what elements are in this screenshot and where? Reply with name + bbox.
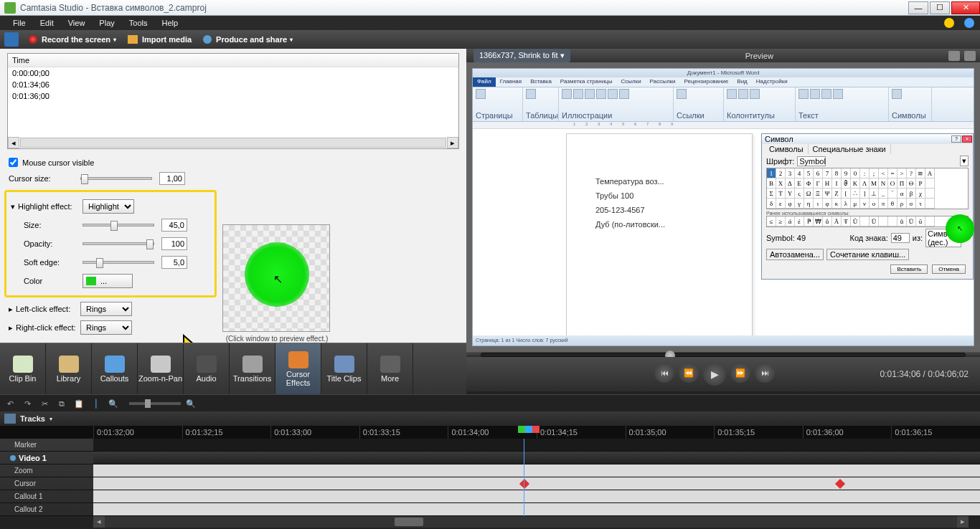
menu-edit[interactable]: Edit xyxy=(33,17,61,29)
video-track-row[interactable] xyxy=(93,452,980,464)
effect-preview: ↖ (Click window to preview effect.) xyxy=(222,224,331,343)
split-icon[interactable]: ⎮ xyxy=(90,398,102,409)
tool-clip-bin[interactable]: Clip Bin xyxy=(0,343,46,394)
highlight-effect-select[interactable]: Highlight xyxy=(83,199,134,214)
cursor-size-value[interactable]: 1,00 xyxy=(159,172,185,185)
cursor-keyframe-icon[interactable] xyxy=(519,479,529,489)
menu-view[interactable]: View xyxy=(61,17,93,29)
preview-caption: (Click window to preview effect.) xyxy=(222,335,331,343)
redo-icon[interactable]: ↷ xyxy=(22,398,33,409)
callout1-track-row[interactable] xyxy=(93,490,980,503)
cursor-highlight-icon: ↖ xyxy=(946,214,974,243)
tool-audio[interactable]: Audio xyxy=(184,343,230,394)
menu-file[interactable]: File xyxy=(6,17,33,29)
zoom-track-row[interactable] xyxy=(93,464,980,477)
copy-icon[interactable]: ⧉ xyxy=(56,398,67,409)
record-screen-button[interactable]: Record the screen▾ xyxy=(23,32,122,47)
preview-canvas[interactable]: Документ1 - Microsoft Word Файл Главная … xyxy=(466,62,980,352)
menu-tools[interactable]: Tools xyxy=(122,17,155,29)
scroll-right-button[interactable]: ▸ xyxy=(447,137,458,148)
playhead-line[interactable] xyxy=(524,439,524,516)
size-value[interactable]: 45,0 xyxy=(161,219,187,232)
scroll-track[interactable] xyxy=(20,138,446,148)
soft-edge-slider[interactable] xyxy=(83,261,154,264)
forward-button[interactable]: ⏩ xyxy=(730,363,750,383)
rewind-button[interactable]: ⏪ xyxy=(679,363,699,383)
playhead-marker-icon[interactable] xyxy=(518,426,540,433)
track-callout2[interactable]: Callout 2 xyxy=(0,503,93,516)
timeline: Marker Video 1 Zoom Cursor Callout 1 Cal… xyxy=(0,426,980,516)
left-click-select[interactable]: Rings xyxy=(80,302,132,316)
menu-play[interactable]: Play xyxy=(92,17,121,29)
soft-edge-label: Soft edge: xyxy=(11,258,83,267)
help-icon[interactable] xyxy=(964,18,974,28)
prev-marker-button[interactable]: ⏮ xyxy=(654,363,674,383)
tips-icon[interactable] xyxy=(944,18,954,28)
scroll-left-button[interactable]: ◂ xyxy=(8,137,19,148)
undo-icon[interactable]: ↶ xyxy=(4,398,16,409)
window-title: Camtasia Studio - Вставка символов_2.cam… xyxy=(20,3,207,13)
track-marker[interactable]: Marker xyxy=(0,439,93,452)
opacity-slider[interactable] xyxy=(83,242,154,245)
save-button[interactable] xyxy=(4,32,19,47)
opacity-value[interactable]: 100 xyxy=(161,237,187,250)
effect-preview-canvas[interactable]: ↖ xyxy=(222,224,330,332)
cursor-icon: ↖ xyxy=(273,272,283,286)
cursor-size-label: Cursor size: xyxy=(9,174,80,183)
tool-strip: Clip BinLibraryCalloutsZoom-n-PanAudioTr… xyxy=(0,343,466,394)
progress-slider[interactable] xyxy=(481,353,966,357)
size-label: Size: xyxy=(11,221,83,229)
next-marker-button[interactable]: ⏭ xyxy=(755,363,775,383)
color-picker-button[interactable]: ... xyxy=(83,274,133,288)
marker-track-row[interactable] xyxy=(93,439,980,452)
track-callout1[interactable]: Callout 1 xyxy=(0,490,93,503)
paste-icon[interactable]: 📋 xyxy=(73,398,85,409)
size-slider[interactable] xyxy=(83,224,154,227)
menu-bar: File Edit View Play Tools Help xyxy=(0,16,980,30)
right-click-select[interactable]: Rings xyxy=(80,320,132,335)
zoom-slider[interactable] xyxy=(129,402,181,405)
import-media-button[interactable]: Import media xyxy=(122,32,197,47)
preview-detach-icon[interactable] xyxy=(948,51,960,61)
cursor-keyframe-icon[interactable] xyxy=(835,479,845,489)
maximize-button[interactable]: ☐ xyxy=(930,1,950,14)
zoom-out-icon[interactable]: 🔍 xyxy=(108,398,119,409)
tool-transitions[interactable]: Transitions xyxy=(230,343,275,394)
play-button[interactable]: ▶ xyxy=(703,363,726,386)
preview-dimensions-button[interactable]: 1366x737, Shrink to fit ▾ xyxy=(473,49,570,62)
tool-cursor-effects[interactable]: Cursor Effects xyxy=(275,343,321,394)
soft-edge-value[interactable]: 5,0 xyxy=(161,256,187,269)
cursor-effects-panel: Time 0:00:00;00 0:01:34;06 0:01:36;00 ◂ … xyxy=(0,49,466,357)
zoom-in-icon[interactable]: 🔍 xyxy=(185,398,197,409)
cut-icon[interactable]: ✂ xyxy=(39,398,50,409)
track-video1[interactable]: Video 1 xyxy=(0,452,93,464)
word-tab-file: Файл xyxy=(473,77,496,87)
track-zoom[interactable]: Zoom xyxy=(0,464,93,477)
minimize-button[interactable]: — xyxy=(908,1,928,14)
tool-zoom-n-pan[interactable]: Zoom-n-Pan xyxy=(138,343,184,394)
tool-more[interactable]: More xyxy=(367,343,413,394)
cursor-track-row[interactable] xyxy=(93,477,980,490)
playback-timecode: 0:01:34;06 / 0:04:06;02 xyxy=(880,369,969,379)
cursor-size-slider[interactable] xyxy=(80,177,152,180)
time-row[interactable]: 0:00:00;00 xyxy=(8,67,458,79)
left-click-label: Left-click effect: xyxy=(16,305,80,313)
track-cursor[interactable]: Cursor xyxy=(0,477,93,490)
time-row[interactable]: 0:01:36;00 xyxy=(8,90,458,102)
window-titlebar: Camtasia Studio - Вставка символов_2.cam… xyxy=(0,0,980,16)
highlight-effect-label: Highlight effect: xyxy=(18,202,83,211)
tool-library[interactable]: Library xyxy=(46,343,92,394)
time-row[interactable]: 0:01:34;06 xyxy=(8,79,458,90)
timeline-scrollbar[interactable]: ◂▸ xyxy=(93,516,969,528)
mouse-visible-checkbox[interactable] xyxy=(9,158,18,167)
preview-fullscreen-icon[interactable] xyxy=(964,51,976,61)
tool-callouts[interactable]: Callouts xyxy=(92,343,138,394)
menu-help[interactable]: Help xyxy=(154,17,185,29)
time-header: Time xyxy=(8,54,458,67)
callout2-track-row[interactable] xyxy=(93,503,980,516)
right-click-label: Right-click effect: xyxy=(16,323,80,332)
tool-title-clips[interactable]: Title Clips xyxy=(321,343,367,394)
tracks-icon[interactable] xyxy=(4,414,16,424)
produce-share-button[interactable]: Produce and share▾ xyxy=(197,32,298,47)
close-button[interactable]: ✕ xyxy=(951,1,980,14)
